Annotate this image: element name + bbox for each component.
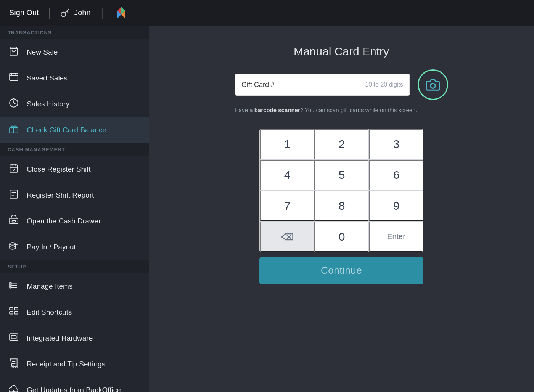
cash-drawer-label: Open the Cash Drawer [27, 217, 101, 225]
numpad: 1 2 3 4 5 6 7 8 9 [259, 129, 423, 252]
page-title: Manual Card Entry [294, 45, 389, 58]
bag-icon [8, 46, 20, 58]
hardware-icon [8, 332, 20, 344]
close-register-label: Close Register Shift [27, 165, 91, 174]
numpad-key-7[interactable]: 7 [260, 191, 314, 221]
card-input-placeholder: 10 to 20 digits [279, 81, 403, 88]
numpad-row-4: 0 Enter [260, 222, 423, 252]
backspace-icon [281, 232, 293, 241]
svg-point-37 [431, 84, 436, 88]
header-user: John [60, 8, 90, 18]
svg-rect-28 [10, 312, 13, 314]
svg-rect-31 [11, 336, 16, 339]
edit-shortcuts-label: Edit Shortcuts [27, 308, 72, 316]
key-icon [60, 8, 70, 18]
sidebar-item-backoffice[interactable]: Get Updates from BackOffice [0, 377, 149, 392]
backoffice-label: Get Updates from BackOffice [27, 386, 121, 392]
gift-icon [8, 124, 20, 136]
sidebar-item-sales-history[interactable]: Sales History [0, 91, 149, 117]
register-icon [8, 215, 20, 227]
numpad-key-8[interactable]: 8 [314, 191, 369, 221]
sidebar-item-integrated-hardware[interactable]: Integrated Hardware [0, 325, 149, 351]
numpad-key-6[interactable]: 6 [369, 160, 423, 190]
saved-icon [8, 72, 20, 84]
check-gift-card-label: Check Gift Card Balance [27, 126, 106, 134]
sidebar: TRANSACTIONS New Sale Saved Sa [0, 26, 149, 392]
numpad-row-3: 7 8 9 [260, 191, 423, 222]
sidebar-item-close-register[interactable]: Close Register Shift [0, 156, 149, 182]
numpad-key-9[interactable]: 9 [369, 191, 423, 221]
numpad-key-4[interactable]: 4 [260, 160, 314, 190]
signout-button[interactable]: Sign Out [9, 8, 39, 17]
section-header-cash: CASH MANAGEMENT [0, 143, 149, 156]
numpad-key-2[interactable]: 2 [314, 129, 369, 159]
svg-rect-6 [10, 73, 18, 81]
username-label: John [74, 8, 90, 17]
continue-button[interactable]: Continue [259, 257, 423, 284]
app-logo [114, 5, 129, 21]
new-sale-label: New Sale [27, 48, 58, 56]
numpad-key-5[interactable]: 5 [314, 160, 369, 190]
numpad-key-1[interactable]: 1 [260, 129, 314, 159]
history-icon [8, 98, 20, 110]
shortcuts-icon [8, 306, 20, 318]
sidebar-item-pay-in-payout[interactable]: Pay In / Payout [0, 234, 149, 260]
sales-history-label: Sales History [27, 100, 69, 108]
card-input-label: Gift Card # [241, 81, 275, 89]
report-icon [8, 189, 20, 201]
svg-rect-25 [10, 286, 11, 288]
sidebar-item-new-sale[interactable]: New Sale [0, 39, 149, 65]
header-separator: | [48, 6, 51, 20]
sidebar-item-saved-sales[interactable]: Saved Sales [0, 65, 149, 91]
header: Sign Out | John | [0, 0, 534, 26]
card-input-wrapper[interactable]: Gift Card # 10 to 20 digits [235, 74, 410, 96]
sidebar-item-shift-report[interactable]: Register Shift Report [0, 182, 149, 208]
sidebar-item-edit-shortcuts[interactable]: Edit Shortcuts [0, 299, 149, 325]
numpad-key-0[interactable]: 0 [314, 222, 369, 252]
numpad-key-backspace[interactable] [260, 222, 314, 252]
svg-rect-27 [14, 307, 18, 310]
numpad-key-3[interactable]: 3 [369, 129, 423, 159]
shift-report-label: Register Shift Report [27, 191, 94, 199]
coins-icon [8, 241, 20, 253]
camera-button[interactable] [418, 69, 448, 100]
numpad-key-enter[interactable]: Enter [369, 222, 423, 252]
card-input-row: Gift Card # 10 to 20 digits [235, 69, 448, 100]
cloud-icon [8, 384, 20, 392]
main-layout: TRANSACTIONS New Sale Saved Sa [0, 26, 534, 392]
svg-point-22 [10, 243, 15, 245]
sidebar-item-manage-items[interactable]: Manage Items [0, 273, 149, 299]
svg-rect-23 [10, 282, 11, 284]
numpad-row-1: 1 2 3 [260, 129, 423, 160]
logo-separator: | [101, 6, 105, 20]
pay-in-payout-label: Pay In / Payout [27, 243, 76, 251]
barcode-hint: Have a barcode scanner? You can scan gif… [235, 106, 448, 115]
items-icon [8, 280, 20, 292]
svg-rect-24 [10, 284, 11, 286]
saved-sales-label: Saved Sales [27, 74, 68, 82]
camera-icon [426, 79, 440, 91]
receipt-tip-label: Receipt and Tip Settings [27, 360, 105, 368]
svg-rect-12 [10, 165, 18, 172]
svg-rect-21 [12, 220, 16, 222]
section-header-transactions: TRANSACTIONS [0, 26, 149, 39]
sidebar-item-receipt-tip[interactable]: Receipt and Tip Settings [0, 351, 149, 377]
section-header-setup: SETUP [0, 260, 149, 273]
svg-rect-26 [10, 307, 13, 310]
receipt-icon [8, 358, 20, 370]
calendar-check-icon [8, 163, 20, 175]
content-area: Manual Card Entry Gift Card # 10 to 20 d… [149, 26, 534, 392]
svg-rect-29 [14, 312, 18, 314]
manage-items-label: Manage Items [27, 282, 72, 291]
numpad-row-2: 4 5 6 [260, 160, 423, 191]
integrated-hardware-label: Integrated Hardware [27, 334, 93, 342]
sidebar-item-check-gift-card[interactable]: Check Gift Card Balance [0, 117, 149, 143]
svg-rect-20 [10, 218, 18, 224]
sidebar-item-cash-drawer[interactable]: Open the Cash Drawer [0, 208, 149, 234]
